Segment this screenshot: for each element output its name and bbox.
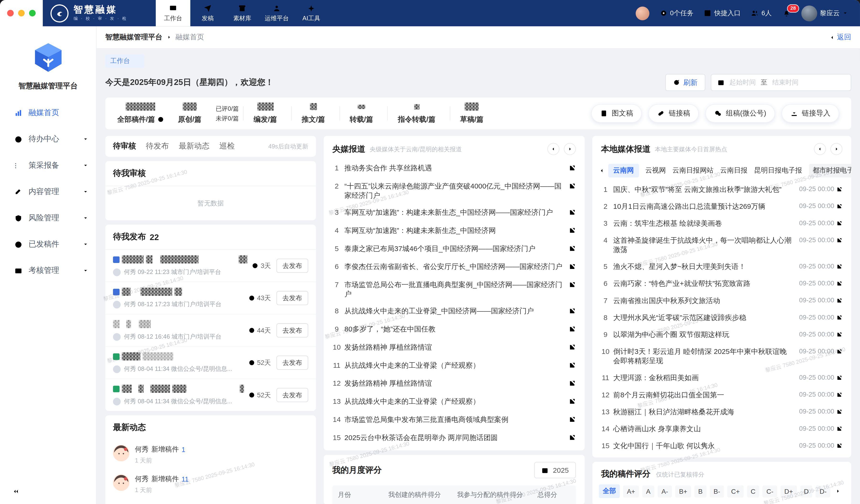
external-link-icon[interactable] — [836, 314, 842, 321]
external-link-icon[interactable] — [836, 349, 842, 354]
share-icon[interactable] — [569, 208, 576, 218]
grade-chip[interactable]: A+ — [623, 485, 639, 497]
activity-link[interactable]: 1 — [182, 446, 185, 454]
source-tab[interactable]: 云南网 — [608, 164, 639, 177]
share-icon[interactable] — [569, 433, 576, 443]
local-news-item[interactable]: 7云南省推出国庆中秋系列文旅活动09-25 00:00 — [592, 292, 851, 309]
sidebar-collapse-icon[interactable] — [12, 488, 20, 497]
go-publish-button[interactable]: 去发布 — [276, 356, 308, 370]
refresh-button[interactable]: 刷新 — [665, 74, 705, 91]
news-item[interactable]: 8从抗战烽火中走来的工业脊梁_中国经济网——国家经济门户 — [324, 302, 585, 321]
external-link-icon[interactable] — [836, 203, 842, 209]
local-news-item[interactable]: 9以翠湖为中心画个圈 双节假期这样玩09-25 00:00 — [592, 326, 851, 343]
share-icon[interactable] — [569, 361, 576, 371]
news-item[interactable]: 1推动务实合作 共享丝路机遇 — [324, 159, 585, 178]
sidebar-item-todo[interactable]: 待办中心 — [0, 126, 96, 152]
tab-latest-activity[interactable]: 最新动态 — [179, 141, 210, 151]
grade-chip[interactable]: B- — [710, 485, 724, 497]
local-news-item[interactable]: 15文化中国行｜千年山歌 何以隽永09-25 00:00 — [592, 437, 851, 454]
sidebar-item-risk[interactable]: 风险管理 — [0, 205, 96, 231]
link-article-button[interactable]: 链接稿 — [648, 104, 699, 123]
local-news-item[interactable]: 12前8个月云南鲜切花出口值全国第一09-25 00:00 — [592, 386, 851, 403]
user-menu[interactable]: 黎应云 — [801, 5, 848, 21]
share-icon[interactable] — [569, 263, 576, 272]
share-icon[interactable] — [569, 226, 576, 236]
local-news-item[interactable]: 210月1日云南高速公路出口总流量预计达269万辆09-25 00:00 — [592, 198, 851, 215]
notifications-bell[interactable]: 28 — [782, 9, 791, 18]
news-item[interactable]: 6李俊杰任云南省副省长、省公安厅厅长_中国经济网——国家经济门户 — [324, 258, 585, 276]
source-tab[interactable]: 云南日报网站 — [672, 166, 714, 175]
share-icon[interactable] — [569, 307, 576, 317]
external-link-icon[interactable] — [836, 220, 842, 226]
next-page-button[interactable] — [830, 143, 843, 155]
share-icon[interactable] — [569, 343, 576, 353]
local-news-item[interactable]: 10倒计时3天！彩云追月 睦邻情深 2025年中柬中秋联谊晚会即将精彩呈现09-… — [592, 343, 851, 369]
external-link-icon[interactable] — [836, 237, 842, 243]
sidebar-item-content[interactable]: 内容管理 — [0, 178, 96, 205]
year-select[interactable]: 2025 — [534, 462, 576, 478]
date-range-picker[interactable]: 起始时间 至 结束时间 — [711, 74, 851, 91]
nav-tab-publish[interactable]: 发稿 — [190, 0, 225, 26]
news-item[interactable]: 3车网互动“加速跑”：构建未来新生态_中国经济网——国家经济门户 — [324, 204, 585, 222]
scroll-right-icon[interactable] — [835, 488, 841, 494]
online-users[interactable]: 6人 — [751, 9, 772, 18]
news-item[interactable]: 14市场监管总局集中发布第三批直播电商领域典型案例 — [324, 411, 585, 429]
nav-tab-workbench[interactable]: 工作台 — [156, 0, 190, 26]
external-link-icon[interactable] — [836, 426, 842, 432]
external-link-icon[interactable] — [836, 187, 842, 192]
back-button[interactable]: 返回 — [829, 32, 851, 42]
grade-chip[interactable]: C- — [762, 485, 777, 497]
external-link-icon[interactable] — [836, 443, 842, 449]
nav-tab-ai[interactable]: AI工具 — [294, 0, 329, 26]
share-icon[interactable] — [569, 164, 576, 174]
grade-chip[interactable]: D+ — [780, 485, 797, 497]
news-item[interactable]: 2“十四五”以来云南绿色能源产业产值突破4000亿元_中国经济网——国家经济门户 — [324, 178, 585, 204]
grade-chip[interactable]: C — [747, 485, 759, 497]
source-tab[interactable]: 昆明日报电子报 — [754, 166, 802, 175]
link-import-button[interactable]: 链接导入 — [782, 104, 839, 123]
nav-tab-material[interactable]: 素材库 — [225, 0, 260, 26]
prev-page-button[interactable] — [814, 143, 826, 155]
local-news-item[interactable]: 4这首神圣旋律诞生于抗战烽火中，每一次唱响都让人心潮激荡09-25 00:00 — [592, 232, 851, 258]
external-link-icon[interactable] — [836, 392, 842, 398]
tasks-indicator[interactable]: 0个任务 — [660, 9, 693, 18]
prev-page-button[interactable] — [547, 143, 559, 155]
local-news-item[interactable]: 13秋游丽江｜秋日泸沽湖畔格桑花开成海09-25 00:00 — [592, 403, 851, 420]
share-icon[interactable] — [569, 281, 576, 291]
scroll-left-icon[interactable] — [599, 168, 605, 174]
news-item[interactable]: 10发扬丝路精神 厚植丝路情谊 — [324, 339, 585, 357]
sidebar-item-assessment[interactable]: 考核管理 — [0, 257, 96, 284]
source-tab[interactable]: 都市时报电子报 — [809, 164, 851, 177]
nav-tab-ops[interactable]: 运维平台 — [259, 0, 294, 26]
source-tab[interactable]: 云视网 — [645, 166, 666, 175]
source-tab[interactable]: 云南日报 — [720, 166, 748, 175]
grade-chip[interactable]: A- — [658, 485, 672, 497]
local-news-item[interactable]: 14心栖诗画山水 身享康养文山09-25 00:00 — [592, 420, 851, 437]
external-link-icon[interactable] — [836, 281, 842, 286]
local-news-item[interactable]: 11大理洱源：金秋稻田美如画09-25 00:00 — [592, 369, 851, 386]
close-icon[interactable] — [134, 58, 139, 64]
create-article-button[interactable]: 图文稿 — [591, 104, 642, 123]
news-item[interactable]: 152025云台中秋茶话会在昆明举办 两岸同胞话团圆 — [324, 429, 585, 447]
activity-link[interactable]: 11 — [182, 475, 189, 483]
go-publish-button[interactable]: 去发布 — [276, 291, 308, 305]
grade-chip[interactable]: B+ — [675, 485, 691, 497]
news-item[interactable]: 5泰康之家已布局37城46个项目_中国经济网——国家经济门户 — [324, 240, 585, 258]
news-item[interactable]: 7市场监管总局公布一批直播电商典型案例_中国经济网——国家经济门户 — [324, 276, 585, 302]
info-icon[interactable] — [157, 116, 164, 123]
sidebar-item-planning[interactable]: 策采报备 — [0, 152, 96, 178]
share-icon[interactable] — [569, 415, 576, 425]
local-news-item[interactable]: 1国庆、中秋“双节”将至 云南文旅推出秋季“旅游大礼包”09-25 00:00 — [592, 181, 851, 198]
go-publish-button[interactable]: 去发布 — [276, 388, 308, 402]
external-link-icon[interactable] — [836, 331, 842, 338]
breadcrumb-root[interactable]: 智慧融媒管理平台 — [105, 32, 162, 42]
local-news-item[interactable]: 5渔火不熄、星河入梦~秋日大理美到失语！09-25 00:00 — [592, 258, 851, 275]
share-icon[interactable] — [569, 182, 576, 192]
share-icon[interactable] — [569, 325, 576, 335]
news-item[interactable]: 4车网互动“加速跑”：构建未来新生态_中国经济网 — [324, 222, 585, 240]
tab-inspection[interactable]: 巡检 — [219, 141, 234, 151]
tab-pending-review[interactable]: 待审核 — [113, 141, 136, 151]
minimize-window-button[interactable] — [18, 10, 25, 16]
local-news-item[interactable]: 3云南：筑牢生态根基 绘就绿美画卷09-25 00:00 — [592, 215, 851, 232]
page-tab-workbench[interactable]: 工作台 — [105, 54, 144, 68]
